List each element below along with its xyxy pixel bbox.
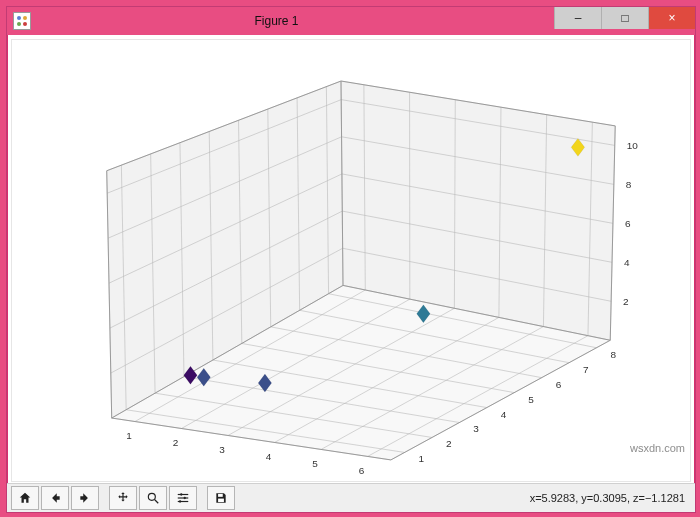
- svg-text:6: 6: [359, 465, 365, 476]
- zoom-button[interactable]: [139, 486, 167, 510]
- maximize-button[interactable]: □: [601, 7, 648, 29]
- save-button[interactable]: [207, 486, 235, 510]
- svg-text:2: 2: [446, 438, 452, 449]
- svg-point-78: [184, 497, 186, 499]
- scatter3d-chart: 12345612345678246810: [12, 40, 690, 481]
- back-button[interactable]: [41, 486, 69, 510]
- minimize-button[interactable]: –: [554, 7, 601, 29]
- pan-button[interactable]: [109, 486, 137, 510]
- svg-text:2: 2: [173, 437, 179, 448]
- svg-rect-81: [218, 494, 223, 497]
- home-icon: [18, 491, 32, 505]
- svg-text:1: 1: [126, 430, 132, 441]
- svg-text:4: 4: [266, 451, 272, 462]
- svg-text:6: 6: [625, 218, 631, 229]
- svg-text:4: 4: [501, 409, 507, 420]
- svg-text:7: 7: [583, 364, 589, 375]
- forward-button[interactable]: [71, 486, 99, 510]
- svg-point-76: [180, 493, 182, 495]
- svg-line-74: [155, 500, 159, 504]
- arrow-left-icon: [48, 491, 62, 505]
- app-window: Figure 1 – □ × 12345612345678246810: [6, 6, 696, 513]
- svg-text:2: 2: [623, 296, 629, 307]
- svg-text:4: 4: [624, 257, 630, 268]
- configure-button[interactable]: [169, 486, 197, 510]
- svg-point-73: [148, 493, 155, 500]
- svg-text:5: 5: [312, 458, 318, 469]
- svg-text:8: 8: [626, 179, 632, 190]
- window-title: Figure 1: [0, 14, 554, 28]
- svg-text:3: 3: [473, 423, 479, 434]
- sliders-icon: [176, 491, 190, 505]
- svg-text:8: 8: [610, 349, 616, 360]
- home-button[interactable]: [11, 486, 39, 510]
- svg-text:6: 6: [556, 379, 562, 390]
- save-icon: [214, 491, 228, 505]
- cursor-coordinates: x=5.9283, y=0.3095, z=−1.1281: [530, 492, 691, 504]
- magnify-icon: [146, 491, 160, 505]
- svg-text:5: 5: [528, 394, 534, 405]
- svg-rect-82: [218, 499, 224, 503]
- arrow-right-icon: [78, 491, 92, 505]
- plot-area[interactable]: 12345612345678246810: [11, 39, 691, 482]
- toolbar: x=5.9283, y=0.3095, z=−1.1281: [7, 483, 695, 512]
- move-icon: [116, 491, 130, 505]
- svg-text:3: 3: [219, 444, 225, 455]
- svg-text:1: 1: [419, 453, 425, 464]
- titlebar[interactable]: Figure 1 – □ ×: [7, 7, 695, 35]
- svg-point-80: [179, 500, 181, 502]
- svg-text:10: 10: [627, 140, 639, 151]
- close-button[interactable]: ×: [648, 7, 695, 29]
- window-controls: – □ ×: [554, 7, 695, 35]
